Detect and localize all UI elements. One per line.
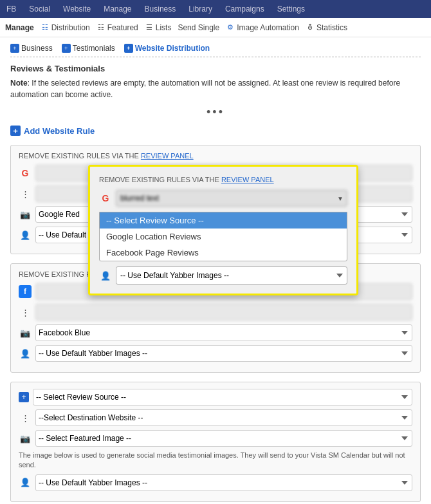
person-icon-1: 👤 — [19, 229, 32, 241]
note-text: Note: If the selected reviews are empty,… — [10, 77, 421, 100]
bottom-review-source-row: + -- Select Review Source -- — [19, 389, 412, 406]
nav-fb[interactable]: FB — [4, 3, 19, 15]
nav-business[interactable]: Business — [142, 3, 179, 15]
bottom-review-source-select[interactable]: -- Select Review Source -- — [33, 389, 412, 406]
camera-icon-1: 📷 — [19, 208, 32, 221]
review-source-popup: REMOVE EXISTING RULES VIA THE REVIEW PAN… — [88, 165, 358, 295]
bottom-person-icon: 👤 — [19, 476, 32, 489]
bottom-featured-image-select[interactable]: -- Select Featured Image -- — [35, 430, 412, 447]
dropdown-open-list: -- Select Review Source -- Google Locati… — [99, 212, 347, 261]
ellipsis-dots: ••• — [10, 106, 421, 119]
website-distribution-tab-icon: + — [124, 44, 133, 53]
popup-source-input[interactable] — [116, 190, 347, 207]
subnav-featured[interactable]: ☷ Featured — [96, 23, 138, 32]
popup-remove-label: REMOVE EXISTING RULES VIA THE REVIEW PAN… — [99, 176, 347, 183]
facebook-icon-2: f — [19, 285, 32, 298]
blurred-share-2 — [35, 304, 412, 321]
dropdown-option-google-location[interactable]: Google Location Reviews — [100, 229, 347, 245]
tab-row: + Business + Testimonials + Website Dist… — [10, 44, 421, 53]
popup-review-panel-link[interactable]: REVIEW PANEL — [221, 176, 274, 183]
add-website-rule-button[interactable]: + Add Website Rule — [10, 123, 95, 138]
main-content: + Business + Testimonials + Website Dist… — [0, 37, 431, 504]
distribution-icon: ☷ — [41, 23, 50, 32]
popup-person-icon: 👤 — [99, 269, 112, 282]
featured-icon: ☷ — [96, 23, 105, 32]
nav-campaigns[interactable]: Campaigns — [223, 3, 267, 15]
camera-icon-2: 📷 — [19, 326, 32, 339]
person-icon-2: 👤 — [19, 347, 32, 360]
image-select-2[interactable]: -- Use Default Yabber Images -- — [35, 345, 412, 362]
lists-icon: ☰ — [145, 23, 154, 32]
popup-google-row: G ▼ — [99, 190, 347, 207]
remove-rules-label-1: REMOVE EXISTING RULES VIA THE REVIEW PAN… — [19, 152, 412, 160]
testimonials-tab-icon: + — [62, 44, 71, 53]
bottom-rule-block: + -- Select Review Source -- ⋮ --Select … — [10, 382, 421, 502]
destination-share-icon: ⋮ — [19, 411, 32, 424]
bottom-destination-select[interactable]: --Select Destination Website -- — [35, 409, 412, 426]
popup-dropdown-wrapper: ▼ — [116, 190, 347, 207]
business-tab-icon: + — [10, 44, 19, 53]
image-note: The image below is used to generate soci… — [19, 451, 412, 471]
subnav-image-automation[interactable]: ⚙ Image Automation — [226, 23, 299, 32]
plus-icon: + — [10, 126, 21, 136]
subnav-lists[interactable]: ☰ Lists — [145, 23, 172, 32]
google-icon-1: G — [19, 167, 32, 180]
section-title: Reviews & Testimonials — [10, 64, 421, 73]
popup-image-select[interactable]: -- Use Default Yabber Images -- — [116, 266, 347, 285]
subnav-statistics[interactable]: ⛢ Statistics — [306, 23, 347, 32]
bottom-featured-image-row: 📷 -- Select Featured Image -- — [19, 430, 412, 447]
share-row-2: ⋮ — [19, 304, 412, 321]
tab-testimonials[interactable]: + Testimonials — [62, 44, 115, 53]
popup-share-row: 👤 -- Use Default Yabber Images -- — [99, 266, 347, 285]
share-icon-1: ⋮ — [19, 187, 32, 200]
tab-website-distribution[interactable]: + Website Distribution — [124, 44, 210, 53]
nav-website[interactable]: Website — [60, 3, 93, 15]
subnav-manage[interactable]: Manage — [5, 23, 34, 32]
nav-library[interactable]: Library — [186, 3, 215, 15]
bottom-person-row: 👤 -- Use Default Yabber Images -- — [19, 474, 412, 491]
bottom-default-images-select[interactable]: -- Use Default Yabber Images -- — [35, 474, 412, 491]
dropdown-option-select-source[interactable]: -- Select Review Source -- — [100, 212, 347, 229]
note-label: Note — [10, 79, 28, 88]
review-panel-link-1[interactable]: REVIEW PANEL — [141, 152, 194, 160]
camera-row-2: 📷 Facebook Blue — [19, 324, 412, 341]
bottom-destination-row: ⋮ --Select Destination Website -- — [19, 409, 412, 426]
nav-manage[interactable]: Manage — [101, 3, 134, 15]
dropdown-option-facebook-page[interactable]: Facebook Page Reviews — [100, 245, 347, 261]
nav-social[interactable]: Social — [26, 3, 53, 15]
share-icon-2: ⋮ — [19, 306, 32, 319]
sub-navigation: Manage ☷ Distribution ☷ Featured ☰ Lists… — [0, 18, 431, 37]
stats-icon: ⛢ — [306, 23, 315, 32]
bottom-camera-icon: 📷 — [19, 432, 32, 445]
color-select-2[interactable]: Facebook Blue — [35, 324, 412, 341]
tab-divider — [10, 57, 421, 57]
nav-settings[interactable]: Settings — [275, 3, 307, 15]
tab-business[interactable]: + Business — [10, 44, 53, 53]
rule-block-1: REMOVE EXISTING RULES VIA THE REVIEW PAN… — [10, 145, 421, 254]
subnav-send-single[interactable]: Send Single — [178, 23, 219, 32]
bottom-plus-icon: + — [19, 392, 29, 402]
gear-icon: ⚙ — [226, 23, 235, 32]
subnav-distribution[interactable]: ☷ Distribution — [41, 23, 90, 32]
person-row-2: 👤 -- Use Default Yabber Images -- — [19, 345, 412, 362]
popup-google-icon: G — [99, 192, 112, 205]
top-navigation: FB Social Website Manage Business Librar… — [0, 0, 431, 18]
